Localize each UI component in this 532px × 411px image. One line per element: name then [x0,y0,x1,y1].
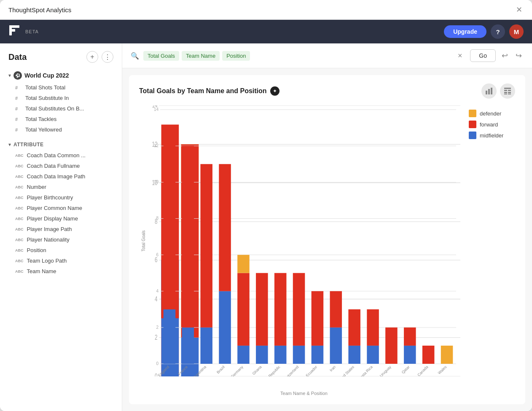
abc-icon: ABC [15,196,24,200]
sidebar-actions: + ⋮ [86,51,113,63]
hash-icon: # [15,117,22,122]
abc-icon: ABC [15,153,24,158]
chart-title-area: Total Goals by Team Name and Position ✦ [139,86,279,96]
sidebar-attr-item[interactable]: ABCCoach Data Common ... [0,150,122,161]
dataset-header[interactable]: ▾ ⚽ World Cup 2022 [0,69,122,82]
chart-view-buttons [481,83,515,99]
sidebar-item[interactable]: #Total Tackles [0,114,122,124]
abc-icon: ABC [15,269,24,274]
svg-rect-11 [504,94,507,94]
search-clear-button[interactable]: × [454,50,466,62]
attribute-label: ATTRIBUTE [13,142,44,148]
sidebar-attr-item[interactable]: ABCTeam Logo Path [0,255,122,266]
abc-icon: ABC [15,175,24,179]
chart-star-button[interactable]: ✦ [270,86,279,96]
svg-rect-8 [508,90,511,91]
close-button[interactable]: ✕ [514,5,524,14]
dataset-name: World Cup 2022 [24,72,69,79]
sidebar: Data + ⋮ ▾ ⚽ World Cup 2022 #Total Shots… [0,43,122,411]
chart-svg-area: Total Goals [139,105,460,396]
go-button[interactable]: Go [470,49,496,62]
sidebar-attr-item[interactable]: ABCPlayer Birthcountry [0,192,122,203]
sidebar-item[interactable]: #Total Substitute In [0,93,122,103]
window-title: ThoughtSpot Analytics [8,6,71,13]
sidebar-attr-item[interactable]: ABCCoach Data Image Path [0,171,122,182]
dataset-icon: ⚽ [13,71,22,80]
legend-item: defender [469,110,515,117]
chart-and-legend: Total Goals [139,105,515,396]
sidebar-attr-item[interactable]: ABCCoach Data Fullname [0,161,122,171]
top-bar-right: Upgrade ? M [444,24,524,39]
search-tag[interactable]: Position [222,51,250,61]
search-tag[interactable]: Total Goals [143,51,179,61]
logo-icon [8,24,20,39]
svg-rect-10 [508,92,511,93]
sidebar-item[interactable]: #Total Substitutes On B... [0,103,122,114]
undo-button[interactable]: ↩ [500,49,510,62]
content-area: 🔍 Total GoalsTeam NamePosition × Go ↩ ↪ … [122,43,532,411]
sidebar-attr-item[interactable]: ABCNumber [0,182,122,192]
beta-badge: BETA [25,29,39,34]
legend-color-swatch [469,121,476,128]
title-bar: ThoughtSpot Analytics ✕ [0,0,532,20]
bar-chart-view-button[interactable] [481,83,497,99]
abc-icon: ABC [15,248,24,253]
svg-rect-9 [504,92,507,93]
search-icon: 🔍 [131,52,139,60]
svg-rect-7 [504,90,507,91]
hash-icon: # [15,127,22,132]
sidebar-attr-item[interactable]: ABCPlayer Display Name [0,213,122,224]
sidebar-header: Data + ⋮ [0,51,122,69]
sidebar-attr-item[interactable]: ABCPlayer Image Path [0,224,122,234]
abc-icon: ABC [15,217,24,221]
legend-item: midfielder [469,132,515,139]
add-data-button[interactable]: + [86,51,98,63]
sidebar-attr-item[interactable]: ABCPlayer Nationality [0,234,122,245]
svg-rect-1 [9,25,19,28]
legend-label: forward [480,121,498,128]
legend-label: midfielder [480,132,503,139]
sidebar-item[interactable]: #Total Shots Total [0,82,122,93]
dataset-items: #Total Shots Total#Total Substitute In#T… [0,82,122,135]
search-tags: Total GoalsTeam NamePosition [143,51,450,61]
sidebar-attr-item[interactable]: ABCPlayer Common Name [0,203,122,213]
sidebar-attr-item[interactable]: ABCPosition [0,245,122,255]
legend-color-swatch [469,132,476,139]
redo-button[interactable]: ↪ [514,49,524,62]
avatar[interactable]: M [509,24,524,39]
top-nav-bar: BETA Upgrade ? M [0,20,532,43]
sidebar-item[interactable]: #Total Yellowred [0,124,122,135]
bars-area: 14 12 10 8 6 4 2 0 [148,105,460,376]
hash-icon: # [15,85,22,90]
abc-icon: ABC [15,164,24,168]
attribute-chevron-icon: ▾ [8,142,11,148]
table-view-button[interactable] [500,83,515,99]
legend-color-swatch [469,110,476,117]
search-tag[interactable]: Team Name [182,51,220,61]
chart-area: Total Goals by Team Name and Position ✦ [129,75,525,404]
chevron-down-icon: ▾ [8,73,11,78]
attribute-items: ABCCoach Data Common ...ABCCoach Data Fu… [0,150,122,277]
help-button[interactable]: ? [491,24,505,39]
chart-header: Total Goals by Team Name and Position ✦ [139,83,515,99]
chart-legend: defenderforwardmidfielder [469,105,515,396]
attribute-section: ▾ ATTRIBUTE ABCCoach Data Common ...ABCC… [0,139,122,277]
svg-rect-3 [486,91,487,94]
sidebar-attr-item[interactable]: ABCTeam Name [0,266,122,277]
abc-icon: ABC [15,185,24,189]
attribute-header[interactable]: ▾ ATTRIBUTE [0,139,122,150]
data-section: ▾ ⚽ World Cup 2022 #Total Shots Total#To… [0,69,122,277]
x-axis-title: Team Name & Position [148,391,460,396]
settings-button[interactable]: ⋮ [102,51,113,63]
svg-rect-5 [491,88,492,94]
svg-rect-2 [9,29,15,32]
main-content: Data + ⋮ ▾ ⚽ World Cup 2022 #Total Shots… [0,43,532,411]
y-axis-label: Total Goals [141,230,146,251]
abc-icon: ABC [15,259,24,263]
legend-label: defender [480,110,501,117]
legend-item: forward [469,121,515,128]
sidebar-title: Data [8,52,27,62]
svg-rect-4 [488,89,490,94]
upgrade-button[interactable]: Upgrade [444,25,486,38]
hash-icon: # [15,96,22,101]
